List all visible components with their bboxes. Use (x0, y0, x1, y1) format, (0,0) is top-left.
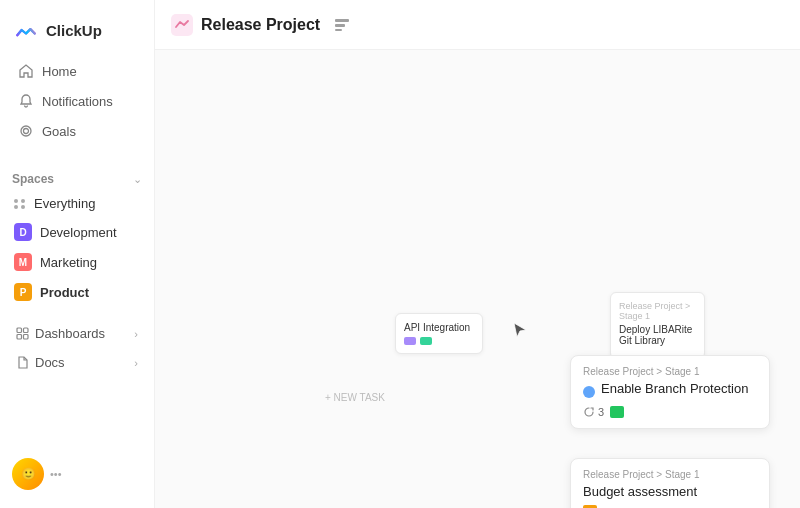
svg-rect-9 (335, 24, 345, 27)
sidebar-item-product-label: Product (40, 285, 89, 300)
header-btn-icon (334, 17, 350, 33)
svg-rect-0 (12, 16, 40, 44)
card-branch-footer: 3 (583, 406, 757, 418)
sidebar-item-development-label: Development (40, 225, 117, 240)
card-enable-branch[interactable]: Release Project > Stage 1 Enable Branch … (570, 355, 770, 429)
svg-rect-6 (24, 335, 29, 340)
sidebar-item-marketing-label: Marketing (40, 255, 97, 270)
header: Release Project (155, 0, 800, 50)
sidebar-item-development[interactable]: D Development (2, 217, 152, 247)
sidebar-item-goals[interactable]: Goals (6, 116, 148, 146)
development-badge: D (14, 223, 32, 241)
ghost-card-api-tags (404, 337, 474, 345)
docs-label: Docs (35, 355, 65, 370)
svg-point-1 (21, 126, 31, 136)
sidebar-item-everything[interactable]: Everything (2, 190, 152, 217)
sidebar-item-notifications-label: Notifications (42, 94, 113, 109)
svg-rect-4 (24, 328, 29, 333)
ghost-card-deploy[interactable]: Release Project > Stage 1 Deploy LIBARit… (610, 292, 705, 359)
home-icon (18, 63, 34, 79)
sidebar-item-marketing[interactable]: M Marketing (2, 247, 152, 277)
sidebar-item-notifications[interactable]: Notifications (6, 86, 148, 116)
target-icon (18, 123, 34, 139)
docs-icon (16, 356, 29, 369)
svg-rect-3 (17, 328, 22, 333)
logo: ClickUp (0, 10, 154, 56)
spaces-section-header: Spaces ⌄ (0, 168, 154, 190)
docs-chevron-icon: › (134, 357, 138, 369)
card-budget[interactable]: Release Project > Stage 1 Budget assessm… (570, 458, 770, 508)
marketing-badge: M (14, 253, 32, 271)
dashboards-label: Dashboards (35, 326, 105, 341)
bell-icon (18, 93, 34, 109)
mouse-cursor (513, 322, 527, 343)
spaces-label: Spaces (12, 172, 54, 186)
sidebar-item-home-label: Home (42, 64, 77, 79)
product-badge: P (14, 283, 32, 301)
svg-rect-7 (171, 14, 193, 36)
add-new-task-1[interactable]: + NEW TASK (325, 392, 385, 403)
sidebar-item-goals-label: Goals (42, 124, 76, 139)
everything-dots-icon (14, 199, 26, 209)
svg-rect-5 (17, 335, 22, 340)
svg-point-2 (24, 129, 29, 134)
dashboards-chevron-icon: › (134, 328, 138, 340)
sidebar: ClickUp Home Notifications Goals Spaces … (0, 0, 155, 508)
ghost-card-api[interactable]: API Integration (395, 313, 483, 354)
card-branch-status-dot (583, 386, 595, 398)
svg-rect-8 (335, 19, 349, 22)
card-budget-breadcrumb: Release Project > Stage 1 (583, 469, 757, 480)
canvas[interactable]: API Integration Release Project > Stage … (155, 50, 800, 508)
ghost-card-deploy-title: Deploy LIBARite Git Library (619, 324, 696, 346)
header-action-button[interactable] (328, 11, 356, 39)
svg-rect-10 (335, 29, 342, 31)
refresh-icon (583, 406, 595, 418)
clickup-logo-icon (12, 16, 40, 44)
avatar-initials: 🙂 (21, 467, 36, 481)
user-avatar[interactable]: 🙂 (12, 458, 44, 490)
logo-text: ClickUp (46, 22, 102, 39)
header-title: Release Project (201, 16, 320, 34)
sidebar-item-product[interactable]: P Product (2, 277, 152, 307)
tag-purple (404, 337, 416, 345)
project-icon (171, 14, 193, 36)
sidebar-footer: 🙂 ••• (0, 450, 154, 498)
card-branch-count: 3 (598, 406, 604, 418)
ellipsis-label: ••• (50, 468, 62, 480)
dashboards-icon (16, 327, 29, 340)
card-branch-tag (610, 406, 624, 418)
sidebar-item-docs[interactable]: Docs › (4, 348, 150, 377)
card-branch-title: Enable Branch Protection (601, 381, 748, 396)
card-budget-title: Budget assessment (583, 484, 757, 499)
sidebar-item-home[interactable]: Home (6, 56, 148, 86)
spaces-chevron-icon[interactable]: ⌄ (133, 173, 142, 186)
sidebar-item-everything-label: Everything (34, 196, 95, 211)
sidebar-item-dashboards[interactable]: Dashboards › (4, 319, 150, 348)
card-branch-breadcrumb: Release Project > Stage 1 (583, 366, 757, 377)
ghost-card-api-title: API Integration (404, 322, 474, 333)
card-branch-stat: 3 (583, 406, 604, 418)
tag-green (420, 337, 432, 345)
ghost-card-deploy-breadcrumb: Release Project > Stage 1 (619, 301, 696, 321)
main-content: Release Project API Integration Release … (155, 0, 800, 508)
